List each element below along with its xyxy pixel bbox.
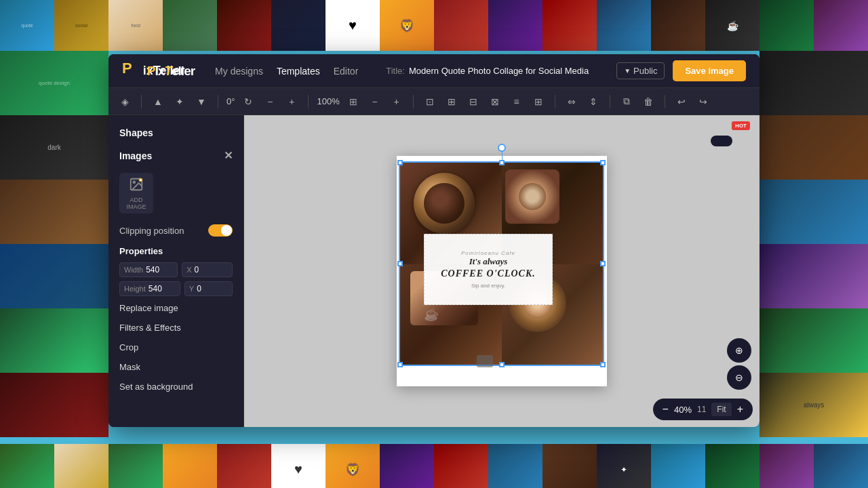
zoom-controls: − 40% 11 Fit + [653, 399, 753, 420]
height-field[interactable]: Height [119, 281, 180, 296]
toggle-knob [221, 225, 232, 236]
strip-thumb-10[interactable] [488, 0, 542, 51]
zoom-in-button[interactable]: + [737, 403, 743, 415]
nav-my-designs[interactable]: My designs [215, 66, 263, 77]
width-field[interactable]: Width [119, 262, 178, 277]
move-up-icon[interactable]: ▲ [150, 94, 166, 110]
set-as-background-link[interactable]: Set as background [108, 377, 243, 396]
strip-thumb-14[interactable]: ☕ [705, 0, 760, 51]
bottom-thumb-9[interactable] [434, 444, 488, 488]
bottom-thumb-5[interactable] [217, 444, 271, 488]
height-label: Height [124, 285, 146, 293]
strip-thumb-3[interactable]: food [108, 0, 163, 51]
close-images-icon[interactable]: ✕ [224, 149, 233, 162]
strip-thumb-13[interactable] [651, 0, 705, 51]
public-button[interactable]: ▼ Public [616, 62, 665, 79]
bottom-thumb-1[interactable] [0, 444, 54, 488]
bottom-thumb-11[interactable] [542, 444, 597, 488]
expand-down-button[interactable]: ⊖ [727, 365, 751, 390]
coffee-top-surface [424, 183, 465, 224]
y-input[interactable] [197, 284, 217, 293]
bottom-thumb-16[interactable] [814, 444, 868, 488]
title-value: Modern Quote Photo Collage for Social Me… [409, 66, 589, 76]
bottom-thumb-12[interactable]: ✦ [597, 444, 651, 488]
delete-icon[interactable]: 🗑 [640, 94, 656, 110]
strip-thumb-1[interactable]: quote [0, 0, 54, 51]
bottom-thumb-7[interactable]: 🦁 [326, 444, 380, 488]
rotate-value: 0° [226, 96, 235, 106]
move-down-icon[interactable]: ▼ [193, 94, 210, 110]
strip-thumb-12[interactable] [597, 0, 651, 51]
strip-thumb-5[interactable] [217, 0, 271, 51]
filters-effects-link[interactable]: Filters & Effects [108, 318, 243, 338]
text-overlay[interactable]: Pomirloeanu Cafe It's always COFFEE O'CL… [424, 234, 553, 305]
bottom-thumb-13[interactable] [651, 444, 705, 488]
save-image-button[interactable]: Save image [673, 60, 746, 81]
zoom-icon[interactable]: ⊞ [345, 94, 361, 110]
clipping-label: Clipping position [119, 226, 184, 236]
clipping-toggle[interactable] [208, 224, 233, 237]
strip-thumb-15[interactable] [760, 0, 814, 51]
y-field[interactable]: Y [184, 281, 233, 296]
strip-thumb-16[interactable] [814, 0, 868, 51]
strip-thumb-8[interactable]: 🦁 [380, 0, 434, 51]
strip-thumb-11[interactable] [542, 0, 597, 51]
bottom-thumb-8[interactable] [380, 444, 434, 488]
add-image-button[interactable]: ADDIMAGE [119, 173, 153, 214]
x-input[interactable] [194, 265, 214, 274]
strip-thumb-4[interactable] [163, 0, 217, 51]
nav-templates[interactable]: Templates [277, 66, 320, 77]
strip-thumb-6[interactable] [271, 0, 326, 51]
top-nav: P P ixTeller PixTeller My designs Templa… [108, 54, 760, 88]
design-canvas[interactable]: ☕ Pomirloeanu Cafe [397, 156, 607, 386]
align-left-icon[interactable]: ⊡ [422, 94, 438, 110]
flip-v-icon[interactable]: ⇕ [585, 94, 601, 110]
animate-button[interactable] [711, 136, 732, 146]
replace-image-link[interactable]: Replace image [108, 298, 243, 318]
canvas-area[interactable]: HOT [244, 115, 760, 427]
bottom-thumb-15[interactable] [760, 444, 814, 488]
align-right-icon[interactable]: ⊟ [465, 94, 481, 110]
copy-icon[interactable]: ⧉ [618, 94, 635, 110]
zoom-plus-icon[interactable]: + [389, 94, 405, 110]
bottom-thumb-2[interactable] [54, 444, 108, 488]
redo-icon[interactable]: ↪ [695, 94, 711, 110]
bottom-thumb-6[interactable]: ♥ [271, 444, 326, 488]
expand-up-button[interactable]: ⊕ [727, 338, 751, 363]
shapes-section-title[interactable]: Shapes [108, 122, 243, 144]
mask-link[interactable]: Mask [108, 357, 243, 377]
crop-link[interactable]: Crop [108, 338, 243, 357]
bottom-thumb-4[interactable] [163, 444, 217, 488]
nav-links: My designs Templates Editor [215, 66, 358, 77]
left-panel: Shapes Images ✕ ADDIMAGE [108, 115, 244, 427]
hot-badge: HOT [732, 121, 750, 130]
nav-editor[interactable]: Editor [334, 66, 359, 77]
height-input[interactable] [149, 284, 176, 293]
width-input[interactable] [146, 265, 173, 274]
flip-h-icon[interactable]: ⇔ [564, 94, 580, 110]
strip-thumb-7[interactable]: ♥ [326, 0, 380, 51]
resize-indicator[interactable] [477, 355, 493, 367]
rotate-icon[interactable]: ↻ [240, 94, 256, 110]
quote-line2: COFFEE O'CLOCK. [441, 268, 535, 279]
align-middle-icon[interactable]: ≡ [509, 94, 525, 110]
minus-icon[interactable]: − [262, 94, 278, 110]
bottom-thumb-3[interactable] [108, 444, 163, 488]
undo-icon[interactable]: ↩ [673, 94, 690, 110]
layers-icon[interactable]: ◈ [117, 94, 133, 110]
x-field[interactable]: X [182, 262, 233, 277]
strip-thumb-9[interactable] [434, 0, 488, 51]
bottom-thumb-14[interactable] [705, 444, 760, 488]
align-bottom-icon[interactable]: ⊞ [530, 94, 547, 110]
strip-thumb-2[interactable]: social [54, 0, 108, 51]
move-icon[interactable]: ✦ [172, 94, 188, 110]
fit-button[interactable]: Fit [711, 403, 731, 416]
zoom-minus-icon[interactable]: − [367, 94, 383, 110]
align-top-icon[interactable]: ⊠ [487, 94, 503, 110]
zoom-out-button[interactable]: − [663, 403, 669, 415]
align-center-icon[interactable]: ⊞ [443, 94, 460, 110]
rotation-handle[interactable] [498, 144, 506, 152]
bottom-thumb-10[interactable] [488, 444, 542, 488]
logo-pixteller[interactable]: PixTeller [147, 64, 195, 79]
plus-icon[interactable]: + [283, 94, 300, 110]
